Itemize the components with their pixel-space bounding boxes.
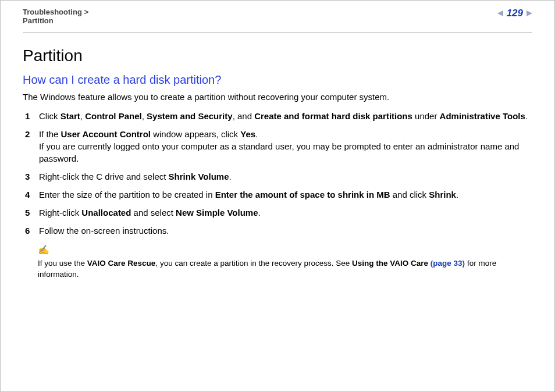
step-text: Follow the on-screen instructions. xyxy=(39,224,532,237)
step-text: Right-click Unallocated and select New S… xyxy=(39,206,532,219)
page-number: 129 xyxy=(507,8,523,19)
step-item: 2If the User Account Control window appe… xyxy=(25,128,532,165)
next-page-icon[interactable] xyxy=(526,10,532,16)
breadcrumb-level-2[interactable]: Partition xyxy=(23,16,54,25)
breadcrumb-separator: > xyxy=(84,8,88,16)
step-number: 2 xyxy=(25,128,39,140)
note-block: ✍ If you use the VAIO Care Rescue, you c… xyxy=(38,244,532,280)
step-item: 3Right-click the C drive and select Shri… xyxy=(25,170,532,183)
step-number: 3 xyxy=(25,170,39,183)
section-heading: How can I create a hard disk partition? xyxy=(23,73,532,87)
intro-paragraph: The Windows feature allows you to create… xyxy=(23,91,532,103)
page-title: Partition xyxy=(23,47,532,65)
step-number: 4 xyxy=(25,188,39,201)
header-divider xyxy=(23,32,532,33)
step-item: 5Right-click Unallocated and select New … xyxy=(25,206,532,219)
step-text: If the User Account Control window appea… xyxy=(39,128,532,165)
steps-list: 1Click Start, Control Panel, System and … xyxy=(23,110,532,237)
note-icon: ✍ xyxy=(38,244,49,256)
content-area: Partition How can I create a hard disk p… xyxy=(1,29,554,286)
step-item: 1Click Start, Control Panel, System and … xyxy=(25,110,532,122)
note-text: If you use the VAIO Care Rescue, you can… xyxy=(38,259,496,279)
breadcrumb-level-1[interactable]: Troubleshooting xyxy=(23,8,82,16)
step-item: 6Follow the on-screen instructions. xyxy=(25,224,532,237)
page-nav: 129 xyxy=(497,8,532,19)
step-number: 5 xyxy=(25,206,39,219)
prev-page-icon[interactable] xyxy=(497,10,503,16)
step-item: 4Enter the size of the partition to be c… xyxy=(25,188,532,201)
step-text: Enter the size of the partition to be cr… xyxy=(39,188,532,201)
page-link[interactable]: (page 33) xyxy=(431,259,465,268)
step-number: 1 xyxy=(25,110,39,122)
step-text: Right-click the C drive and select Shrin… xyxy=(39,170,532,183)
breadcrumb: Troubleshooting > Partition 129 xyxy=(1,1,554,28)
step-text: Click Start, Control Panel, System and S… xyxy=(39,110,532,122)
step-number: 6 xyxy=(25,224,39,237)
